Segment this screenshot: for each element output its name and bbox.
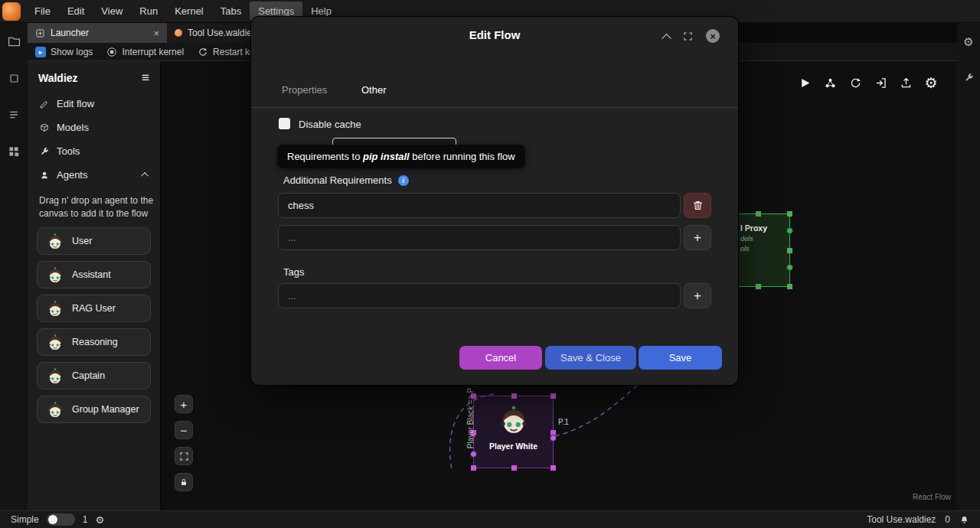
connection-handle[interactable] bbox=[550, 435, 557, 442]
agent-card-reasoning[interactable]: Reasoning bbox=[37, 328, 151, 356]
waldiez-sidebar: Waldiez ≡ Edit flow Models Tools Agents … bbox=[28, 61, 161, 510]
tab-launcher[interactable]: Launcher × bbox=[28, 23, 167, 43]
selection-handle[interactable] bbox=[787, 284, 792, 289]
sidebar-item-label: Tools bbox=[57, 145, 80, 157]
selection-handle[interactable] bbox=[756, 211, 761, 217]
react-flow-attribution[interactable]: React Flow bbox=[913, 493, 951, 501]
export-flow-button[interactable] bbox=[897, 74, 914, 91]
new-tag-input[interactable] bbox=[278, 283, 681, 308]
tab-properties[interactable]: Properties bbox=[282, 84, 327, 96]
fit-view-icon bbox=[179, 451, 189, 461]
node-subtitle: ols bbox=[740, 245, 789, 253]
selection-handle[interactable] bbox=[550, 465, 556, 471]
menu-tabs[interactable]: Tabs bbox=[212, 2, 250, 21]
edge-label[interactable]: Player Black => P bbox=[466, 376, 475, 461]
selection-handle[interactable] bbox=[787, 211, 792, 217]
kernel-count: 1 bbox=[83, 514, 88, 525]
agent-card-user[interactable]: User bbox=[37, 227, 151, 255]
run-flow-button[interactable] bbox=[796, 74, 813, 91]
agent-card-group-manager[interactable]: Group Manager bbox=[37, 396, 151, 423]
tab-close-icon[interactable]: × bbox=[153, 28, 159, 39]
player-white-agent-node[interactable]: Player White bbox=[473, 396, 554, 468]
menu-file[interactable]: File bbox=[26, 2, 59, 21]
selection-handle[interactable] bbox=[550, 393, 556, 399]
extensions-button[interactable] bbox=[6, 144, 21, 159]
save-and-close-button[interactable]: Save & Close bbox=[545, 346, 636, 370]
molecule-icon bbox=[824, 77, 837, 90]
sidebar-item-edit-flow[interactable]: Edit flow bbox=[28, 92, 160, 116]
menu-edit[interactable]: Edit bbox=[59, 2, 93, 21]
sidebar-item-models[interactable]: Models bbox=[28, 116, 160, 139]
file-browser-button[interactable] bbox=[6, 34, 21, 49]
delete-requirement-button[interactable] bbox=[684, 193, 711, 218]
refresh-icon bbox=[849, 77, 862, 90]
additional-requirements-label: Additional Requirements bbox=[283, 174, 392, 186]
fullscreen-icon[interactable] bbox=[683, 31, 693, 41]
selection-handle[interactable] bbox=[511, 465, 517, 471]
new-requirement-input[interactable] bbox=[278, 225, 681, 250]
info-icon[interactable]: i bbox=[398, 175, 409, 186]
wrench-icon bbox=[39, 146, 50, 157]
tooltip: Requirements to pip install before runni… bbox=[277, 145, 525, 168]
node-title: l Proxy bbox=[740, 223, 789, 233]
running-sessions-button[interactable] bbox=[6, 70, 21, 86]
robot-avatar bbox=[45, 332, 65, 352]
restart-icon bbox=[198, 47, 208, 57]
agent-card-rag-user[interactable]: RAG User bbox=[37, 295, 151, 322]
selection-handle[interactable] bbox=[756, 284, 761, 289]
bell-icon[interactable] bbox=[959, 515, 969, 525]
collapse-chevron-up-icon[interactable] bbox=[662, 33, 671, 43]
interrupt-kernel-button[interactable]: Interrupt kernel bbox=[106, 47, 184, 57]
mode-toggle[interactable] bbox=[47, 513, 75, 526]
selection-handle[interactable] bbox=[471, 465, 476, 471]
puzzle-icon bbox=[8, 145, 20, 158]
tags-label: Tags bbox=[283, 266, 304, 278]
left-activity-rail bbox=[0, 23, 28, 510]
sidebar-item-label: Agents bbox=[57, 169, 87, 181]
disable-cache-checkbox[interactable] bbox=[279, 118, 290, 129]
interrupt-icon bbox=[106, 47, 117, 57]
agent-card-label: Group Manager bbox=[72, 404, 139, 415]
menu-view[interactable]: View bbox=[93, 2, 131, 21]
menu-kernel[interactable]: Kernel bbox=[166, 2, 212, 21]
add-tag-button[interactable]: + bbox=[684, 283, 711, 308]
add-requirement-button[interactable]: + bbox=[684, 225, 711, 250]
import-flow-button[interactable] bbox=[872, 74, 889, 91]
tab-other[interactable]: Other bbox=[361, 84, 387, 96]
save-button[interactable]: Save bbox=[639, 346, 722, 370]
menu-run[interactable]: Run bbox=[131, 2, 166, 21]
selection-handle[interactable] bbox=[511, 393, 517, 399]
selection-handle[interactable] bbox=[787, 248, 792, 253]
convert-to-python-button[interactable] bbox=[822, 74, 838, 91]
fit-view-button[interactable] bbox=[175, 447, 193, 465]
agent-card-captain[interactable]: Captain bbox=[37, 362, 151, 389]
lock-button[interactable] bbox=[175, 473, 193, 491]
show-logs-button[interactable]: ▸ Show logs bbox=[35, 47, 93, 57]
status-right: Tool Use.waldiez 0 bbox=[867, 514, 969, 525]
zoom-out-button[interactable]: − bbox=[175, 421, 193, 439]
requirement-input[interactable] bbox=[278, 193, 681, 218]
sidebar-item-agents[interactable]: Agents bbox=[28, 163, 160, 187]
close-icon[interactable]: × bbox=[706, 29, 720, 43]
waldiez-file-icon bbox=[175, 29, 182, 37]
connection-handle[interactable] bbox=[786, 227, 793, 234]
modal-header-actions: × bbox=[663, 29, 720, 43]
convert-to-notebook-button[interactable] bbox=[847, 74, 864, 91]
flow-settings-button[interactable]: ⚙ bbox=[923, 74, 939, 91]
tooltip-emphasis: pip install bbox=[363, 151, 410, 162]
zoom-in-button[interactable]: + bbox=[175, 395, 193, 413]
agent-card-assistant[interactable]: Assistant bbox=[37, 261, 151, 288]
hamburger-menu-icon[interactable]: ≡ bbox=[142, 70, 149, 86]
connection-handle[interactable] bbox=[786, 264, 793, 271]
cancel-button[interactable]: Cancel bbox=[459, 346, 542, 370]
node-title: Player White bbox=[489, 442, 537, 451]
debugger-button[interactable] bbox=[963, 72, 975, 83]
table-of-contents-button[interactable] bbox=[6, 107, 21, 122]
property-inspector-button[interactable]: ⚙ bbox=[963, 35, 973, 49]
app-logo-icon bbox=[2, 2, 21, 21]
sidebar-item-tools[interactable]: Tools bbox=[28, 139, 160, 163]
disable-cache-label: Disable cache bbox=[299, 119, 361, 130]
wrench-icon bbox=[963, 72, 975, 83]
gear-icon[interactable]: ⚙ bbox=[95, 515, 104, 525]
active-file-label: Tool Use.waldiez bbox=[867, 514, 936, 525]
